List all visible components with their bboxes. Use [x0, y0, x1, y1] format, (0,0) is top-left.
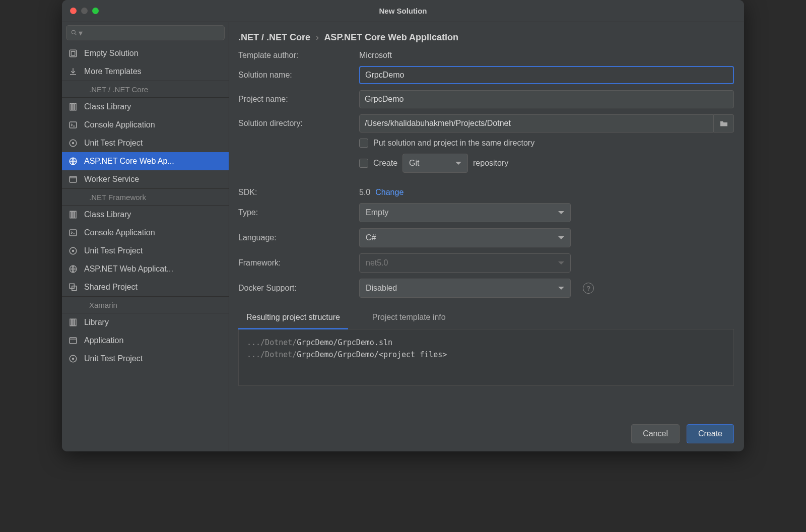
- new-solution-dialog: New Solution ▾ Empty SolutionMore Templa…: [62, 0, 744, 451]
- sidebar-item-label: More Templates: [84, 67, 142, 76]
- svg-rect-23: [70, 338, 77, 344]
- sidebar-item-label: Class Library: [84, 210, 131, 219]
- solution-name-label: Solution name:: [238, 71, 354, 80]
- template-sidebar: ▾ Empty SolutionMore Templates.NET / .NE…: [62, 22, 229, 451]
- sidebar-item[interactable]: More Templates: [62, 62, 229, 81]
- window-title: New Solution: [379, 7, 427, 15]
- create-repo-checkbox[interactable]: [359, 159, 368, 168]
- sidebar-item[interactable]: Console Application: [62, 116, 229, 134]
- directory-input[interactable]: [359, 114, 714, 132]
- sidebar-group-header: .NET Framework: [62, 188, 229, 206]
- chevron-down-icon: [558, 261, 564, 264]
- sidebar-item-label: Empty Solution: [84, 49, 139, 58]
- type-select[interactable]: Empty: [359, 203, 571, 222]
- sidebar-item[interactable]: Worker Service: [62, 170, 229, 188]
- sidebar-item[interactable]: Console Application: [62, 224, 229, 242]
- sidebar-item-label: Shared Project: [84, 283, 138, 292]
- shared-icon: [68, 282, 78, 292]
- sidebar-item-label: Class Library: [84, 102, 131, 111]
- vcs-select[interactable]: Git: [402, 154, 468, 173]
- sidebar-item[interactable]: Unit Test Project: [62, 134, 229, 152]
- sidebar-item-label: ASP.NET Web Applicat...: [84, 264, 173, 274]
- library-icon: [68, 210, 78, 220]
- sidebar-item-label: Worker Service: [84, 175, 139, 184]
- chevron-down-icon: [455, 162, 461, 165]
- svg-rect-11: [70, 211, 72, 218]
- solution-name-input[interactable]: [359, 66, 734, 84]
- minimize-window-icon: [81, 8, 88, 14]
- svg-point-0: [72, 30, 75, 34]
- project-name-label: Project name:: [238, 95, 354, 104]
- sidebar-item[interactable]: Unit Test Project: [62, 242, 229, 260]
- console-icon: [68, 228, 78, 238]
- svg-rect-14: [70, 230, 77, 236]
- sidebar-group-header: .NET / .NET Core: [62, 81, 229, 98]
- download-icon: [68, 66, 78, 77]
- svg-rect-4: [73, 103, 74, 110]
- sidebar-item[interactable]: Shared Project: [62, 278, 229, 296]
- svg-point-25: [72, 358, 75, 360]
- globe-icon: [68, 264, 78, 274]
- close-window-icon[interactable]: [70, 8, 77, 14]
- sidebar-item[interactable]: ASP.NET Web Applicat...: [62, 260, 229, 278]
- titlebar: New Solution: [62, 0, 744, 22]
- library-icon: [68, 102, 78, 112]
- chevron-down-icon: [558, 287, 564, 290]
- framework-select: net5.0: [359, 253, 571, 273]
- svg-rect-12: [73, 211, 74, 218]
- sidebar-item-label: Console Application: [84, 228, 155, 237]
- sidebar-item[interactable]: ASP.NET Core Web Ap...: [62, 152, 229, 170]
- dialog-footer: Cancel Create: [238, 415, 734, 443]
- test-icon: [68, 138, 78, 148]
- sidebar-item[interactable]: Class Library: [62, 98, 229, 116]
- svg-rect-6: [70, 122, 77, 128]
- sidebar-item-label: ASP.NET Core Web Ap...: [84, 157, 174, 166]
- sidebar-item[interactable]: Empty Solution: [62, 44, 229, 62]
- window-controls: [70, 8, 99, 14]
- language-label: Language:: [238, 233, 354, 242]
- browse-button[interactable]: [714, 114, 734, 132]
- directory-label: Solution directory:: [238, 119, 354, 128]
- maximize-window-icon[interactable]: [92, 8, 99, 14]
- search-input[interactable]: ▾: [66, 25, 225, 40]
- sidebar-item-label: Library: [84, 318, 109, 327]
- cancel-button[interactable]: Cancel: [631, 424, 680, 443]
- tab-template-info[interactable]: Project template info: [364, 309, 454, 329]
- sidebar-group-header: Xamarin: [62, 296, 229, 313]
- main-panel: .NET / .NET Core › ASP.NET Core Web Appl…: [229, 22, 744, 451]
- sidebar-item[interactable]: Application: [62, 331, 229, 350]
- sidebar-item[interactable]: Unit Test Project: [62, 350, 229, 368]
- docker-label: Docker Support:: [238, 284, 354, 293]
- search-icon: [71, 29, 78, 36]
- sdk-change-link[interactable]: Change: [375, 188, 404, 197]
- svg-rect-5: [75, 103, 76, 110]
- svg-rect-13: [75, 211, 76, 218]
- tab-structure[interactable]: Resulting project structure: [238, 309, 348, 329]
- breadcrumb: .NET / .NET Core › ASP.NET Core Web Appl…: [238, 32, 734, 43]
- chevron-down-icon: [558, 236, 564, 239]
- sidebar-item[interactable]: Library: [62, 313, 229, 331]
- svg-rect-21: [73, 319, 74, 326]
- docker-select[interactable]: Disabled: [359, 279, 571, 298]
- globe-icon: [68, 156, 78, 166]
- svg-point-8: [72, 142, 75, 145]
- author-label: Template author:: [238, 51, 354, 60]
- svg-rect-1: [70, 50, 77, 57]
- project-name-input[interactable]: [359, 90, 734, 108]
- console-icon: [68, 120, 78, 130]
- sdk-label: SDK:: [238, 188, 354, 197]
- framework-label: Framework:: [238, 258, 354, 268]
- same-dir-checkbox[interactable]: [359, 139, 368, 148]
- window-icon: [68, 174, 78, 184]
- create-button[interactable]: Create: [687, 424, 734, 443]
- language-select[interactable]: C#: [359, 228, 571, 247]
- help-icon[interactable]: ?: [583, 283, 594, 294]
- project-structure-preview: .../Dotnet/GrpcDemo/GrpcDemo.sln .../Dot…: [238, 329, 734, 386]
- sidebar-item-label: Console Application: [84, 120, 155, 129]
- sdk-value: 5.0: [359, 188, 370, 197]
- svg-rect-2: [71, 51, 75, 55]
- sidebar-item-label: Unit Test Project: [84, 354, 143, 363]
- library-icon: [68, 317, 78, 327]
- sidebar-item[interactable]: Class Library: [62, 206, 229, 224]
- svg-point-16: [72, 250, 75, 252]
